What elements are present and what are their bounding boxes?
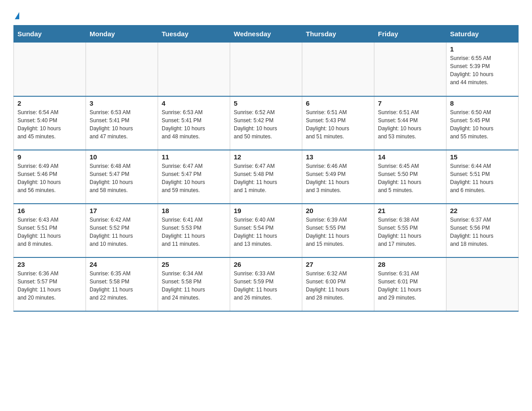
day-info: Sunrise: 6:34 AMSunset: 5:58 PMDaylight:… [162, 270, 226, 302]
logo-general-line [13, 9, 19, 21]
day-number: 12 [234, 153, 298, 161]
day-cell: 27Sunrise: 6:32 AMSunset: 6:00 PMDayligh… [302, 257, 374, 311]
day-number: 21 [378, 207, 442, 214]
day-number: 17 [90, 207, 154, 214]
header-row: SundayMondayTuesdayWednesdayThursdayFrid… [14, 26, 519, 43]
day-info: Sunrise: 6:50 AMSunset: 5:45 PMDaylight:… [450, 108, 515, 141]
week-row-4: 16Sunrise: 6:43 AMSunset: 5:51 PMDayligh… [14, 204, 519, 257]
day-cell [14, 43, 86, 96]
day-cell: 25Sunrise: 6:34 AMSunset: 5:58 PMDayligh… [158, 257, 230, 311]
calendar-body: 1Sunrise: 6:55 AMSunset: 5:39 PMDaylight… [14, 43, 519, 311]
day-info: Sunrise: 6:51 AMSunset: 5:44 PMDaylight:… [378, 108, 442, 141]
day-info: Sunrise: 6:40 AMSunset: 5:54 PMDaylight:… [234, 216, 298, 248]
day-number: 13 [306, 153, 370, 161]
day-info: Sunrise: 6:45 AMSunset: 5:50 PMDaylight:… [378, 162, 442, 194]
week-row-3: 9Sunrise: 6:49 AMSunset: 5:46 PMDaylight… [14, 150, 519, 204]
day-cell [158, 43, 230, 96]
day-info: Sunrise: 6:37 AMSunset: 5:56 PMDaylight:… [450, 216, 515, 248]
day-cell [374, 43, 446, 96]
day-info: Sunrise: 6:48 AMSunset: 5:47 PMDaylight:… [90, 162, 154, 194]
day-info: Sunrise: 6:44 AMSunset: 5:51 PMDaylight:… [450, 162, 515, 194]
day-number: 19 [234, 207, 298, 214]
day-info: Sunrise: 6:33 AMSunset: 5:59 PMDaylight:… [234, 270, 298, 302]
day-info: Sunrise: 6:51 AMSunset: 5:43 PMDaylight:… [306, 108, 370, 141]
day-number: 24 [90, 261, 154, 268]
day-cell: 18Sunrise: 6:41 AMSunset: 5:53 PMDayligh… [158, 204, 230, 257]
day-cell: 22Sunrise: 6:37 AMSunset: 5:56 PMDayligh… [446, 204, 519, 257]
day-cell: 16Sunrise: 6:43 AMSunset: 5:51 PMDayligh… [14, 204, 86, 257]
logo-triangle-icon [15, 12, 19, 19]
day-cell: 24Sunrise: 6:35 AMSunset: 5:58 PMDayligh… [86, 257, 158, 311]
day-number: 1 [450, 45, 515, 53]
day-cell: 28Sunrise: 6:31 AMSunset: 6:01 PMDayligh… [374, 257, 446, 311]
day-header-thursday: Thursday [302, 26, 374, 43]
day-header-wednesday: Wednesday [230, 26, 302, 43]
day-info: Sunrise: 6:54 AMSunset: 5:40 PMDaylight:… [17, 108, 82, 141]
header [13, 9, 519, 21]
day-info: Sunrise: 6:53 AMSunset: 5:41 PMDaylight:… [90, 108, 154, 141]
day-cell: 23Sunrise: 6:36 AMSunset: 5:57 PMDayligh… [14, 257, 86, 311]
day-info: Sunrise: 6:38 AMSunset: 5:55 PMDaylight:… [378, 216, 442, 248]
day-info: Sunrise: 6:35 AMSunset: 5:58 PMDaylight:… [90, 270, 154, 302]
day-info: Sunrise: 6:47 AMSunset: 5:47 PMDaylight:… [162, 162, 226, 194]
day-number: 4 [162, 99, 226, 107]
day-number: 22 [450, 207, 515, 214]
day-number: 6 [306, 99, 370, 107]
day-cell: 5Sunrise: 6:52 AMSunset: 5:42 PMDaylight… [230, 96, 302, 150]
week-row-5: 23Sunrise: 6:36 AMSunset: 5:57 PMDayligh… [14, 257, 519, 311]
day-number: 3 [90, 99, 154, 107]
day-cell: 4Sunrise: 6:53 AMSunset: 5:41 PMDaylight… [158, 96, 230, 150]
day-number: 2 [17, 99, 82, 107]
day-header-sunday: Sunday [14, 26, 86, 43]
day-info: Sunrise: 6:36 AMSunset: 5:57 PMDaylight:… [17, 270, 82, 302]
day-number: 9 [17, 153, 82, 161]
day-cell: 11Sunrise: 6:47 AMSunset: 5:47 PMDayligh… [158, 150, 230, 204]
day-info: Sunrise: 6:46 AMSunset: 5:49 PMDaylight:… [306, 162, 370, 194]
day-number: 26 [234, 261, 298, 268]
day-cell: 10Sunrise: 6:48 AMSunset: 5:47 PMDayligh… [86, 150, 158, 204]
day-number: 7 [378, 99, 442, 107]
day-header-tuesday: Tuesday [158, 26, 230, 43]
day-number: 23 [17, 261, 82, 268]
week-row-2: 2Sunrise: 6:54 AMSunset: 5:40 PMDaylight… [14, 96, 519, 150]
calendar-table: SundayMondayTuesdayWednesdayThursdayFrid… [13, 25, 519, 312]
day-header-saturday: Saturday [446, 26, 519, 43]
day-info: Sunrise: 6:32 AMSunset: 6:00 PMDaylight:… [306, 270, 370, 302]
day-cell: 19Sunrise: 6:40 AMSunset: 5:54 PMDayligh… [230, 204, 302, 257]
day-cell: 6Sunrise: 6:51 AMSunset: 5:43 PMDaylight… [302, 96, 374, 150]
day-info: Sunrise: 6:41 AMSunset: 5:53 PMDaylight:… [162, 216, 226, 248]
day-info: Sunrise: 6:49 AMSunset: 5:46 PMDaylight:… [17, 162, 82, 194]
day-number: 14 [378, 153, 442, 161]
day-cell: 1Sunrise: 6:55 AMSunset: 5:39 PMDaylight… [446, 43, 519, 96]
day-cell: 15Sunrise: 6:44 AMSunset: 5:51 PMDayligh… [446, 150, 519, 204]
day-number: 11 [162, 153, 226, 161]
day-cell: 3Sunrise: 6:53 AMSunset: 5:41 PMDaylight… [86, 96, 158, 150]
day-cell: 21Sunrise: 6:38 AMSunset: 5:55 PMDayligh… [374, 204, 446, 257]
day-cell: 14Sunrise: 6:45 AMSunset: 5:50 PMDayligh… [374, 150, 446, 204]
day-number: 10 [90, 153, 154, 161]
day-cell: 17Sunrise: 6:42 AMSunset: 5:52 PMDayligh… [86, 204, 158, 257]
day-info: Sunrise: 6:42 AMSunset: 5:52 PMDaylight:… [90, 216, 154, 248]
day-info: Sunrise: 6:47 AMSunset: 5:48 PMDaylight:… [234, 162, 298, 194]
logo [13, 9, 19, 21]
day-number: 27 [306, 261, 370, 268]
day-cell: 8Sunrise: 6:50 AMSunset: 5:45 PMDaylight… [446, 96, 519, 150]
day-info: Sunrise: 6:43 AMSunset: 5:51 PMDaylight:… [17, 216, 82, 248]
day-cell [86, 43, 158, 96]
day-cell: 13Sunrise: 6:46 AMSunset: 5:49 PMDayligh… [302, 150, 374, 204]
day-info: Sunrise: 6:53 AMSunset: 5:41 PMDaylight:… [162, 108, 226, 141]
day-number: 8 [450, 99, 515, 107]
day-cell [446, 257, 519, 311]
day-cell: 20Sunrise: 6:39 AMSunset: 5:55 PMDayligh… [302, 204, 374, 257]
day-header-monday: Monday [86, 26, 158, 43]
day-cell: 12Sunrise: 6:47 AMSunset: 5:48 PMDayligh… [230, 150, 302, 204]
day-cell: 2Sunrise: 6:54 AMSunset: 5:40 PMDaylight… [14, 96, 86, 150]
day-cell [302, 43, 374, 96]
day-cell: 9Sunrise: 6:49 AMSunset: 5:46 PMDaylight… [14, 150, 86, 204]
day-number: 20 [306, 207, 370, 214]
day-info: Sunrise: 6:55 AMSunset: 5:39 PMDaylight:… [450, 54, 515, 86]
day-info: Sunrise: 6:31 AMSunset: 6:01 PMDaylight:… [378, 270, 442, 302]
day-number: 5 [234, 99, 298, 107]
day-info: Sunrise: 6:52 AMSunset: 5:42 PMDaylight:… [234, 108, 298, 141]
calendar-header: SundayMondayTuesdayWednesdayThursdayFrid… [14, 26, 519, 43]
